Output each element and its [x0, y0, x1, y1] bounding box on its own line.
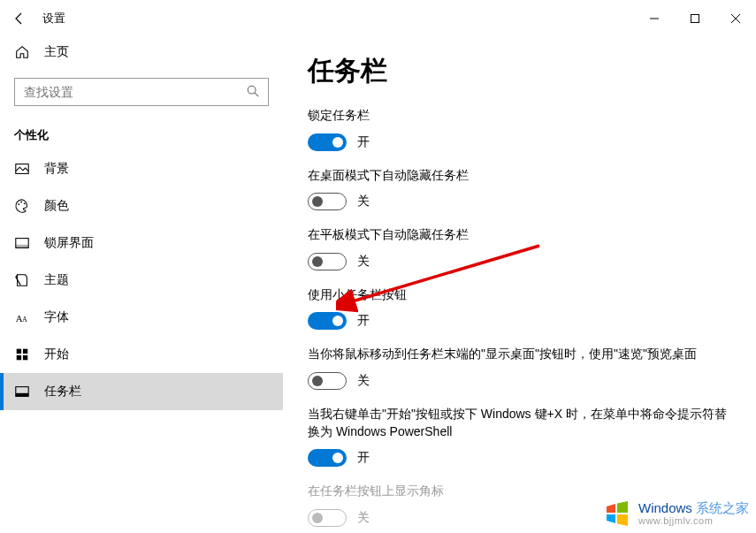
toggle-badges: [308, 509, 347, 527]
sidebar-item-label: 主题: [44, 272, 69, 288]
svg-rect-15: [23, 349, 27, 354]
sidebar-item-lockscreen[interactable]: 锁屏界面: [0, 225, 283, 262]
sidebar-item-label: 字体: [44, 309, 69, 325]
sidebar-item-fonts[interactable]: AA 字体: [0, 299, 283, 336]
fonts-icon: AA: [14, 309, 30, 325]
setting-label-powershell: 当我右键单击"开始"按钮或按下 Windows 键+X 时，在菜单中将命令提示符…: [308, 406, 731, 440]
toggle-powershell[interactable]: [308, 449, 347, 467]
palette-icon: [14, 198, 30, 214]
page-title: 任务栏: [308, 53, 731, 89]
picture-icon: [14, 161, 30, 177]
toggle-state: 关: [357, 194, 370, 209]
home-nav-item[interactable]: 主页: [0, 37, 283, 67]
setting-label-small-buttons: 使用小任务栏按钮: [308, 286, 731, 304]
svg-rect-17: [23, 355, 27, 360]
sidebar-item-themes[interactable]: 主题: [0, 262, 283, 299]
setting-label-lock-taskbar: 锁定任务栏: [308, 107, 731, 125]
home-label: 主页: [44, 44, 69, 60]
window-title: 设置: [42, 11, 65, 27]
svg-line-5: [255, 93, 258, 96]
sidebar-item-start[interactable]: 开始: [0, 336, 283, 373]
sidebar-item-label: 任务栏: [44, 384, 81, 400]
toggle-autohide-desktop[interactable]: [308, 193, 347, 210]
sidebar-item-label: 颜色: [44, 198, 69, 214]
toggle-autohide-tablet[interactable]: [308, 253, 347, 270]
toggle-small-buttons[interactable]: [308, 312, 347, 330]
setting-label-autohide-desktop: 在桌面模式下自动隐藏任务栏: [308, 167, 731, 185]
search-input[interactable]: [15, 85, 238, 99]
svg-rect-1: [691, 15, 699, 23]
setting-label-badges: 在任务栏按钮上显示角标: [308, 483, 731, 500]
sidebar-item-label: 开始: [44, 346, 69, 362]
back-button[interactable]: [11, 10, 28, 27]
start-icon: [14, 346, 30, 362]
svg-rect-11: [16, 245, 28, 248]
section-label: 个性化: [0, 117, 283, 150]
taskbar-icon: [14, 384, 30, 400]
setting-label-peek-desktop: 当你将鼠标移动到任务栏末端的"显示桌面"按钮时，使用"速览"预览桌面: [308, 346, 731, 363]
sidebar-item-background[interactable]: 背景: [0, 150, 283, 187]
home-icon: [14, 44, 30, 60]
themes-icon: [14, 272, 30, 288]
sidebar-item-colors[interactable]: 颜色: [0, 187, 283, 225]
toggle-state: 关: [357, 510, 370, 526]
svg-rect-14: [17, 349, 21, 354]
search-icon: [238, 85, 268, 100]
svg-text:A: A: [22, 316, 27, 324]
minimize-button[interactable]: [634, 4, 675, 33]
maximize-button[interactable]: [675, 4, 715, 33]
content-area: 任务栏 锁定任务栏 开 在桌面模式下自动隐藏任务栏 关 在平板模式下自动隐藏任务…: [283, 37, 756, 533]
setting-label-autohide-tablet: 在平板模式下自动隐藏任务栏: [308, 226, 731, 244]
svg-point-9: [24, 202, 26, 204]
toggle-state: 关: [357, 254, 370, 270]
sidebar: 主页 个性化 背景 颜色 锁屏界面 主题 AA 字体: [0, 37, 283, 533]
sidebar-item-label: 背景: [44, 161, 69, 177]
sidebar-item-taskbar[interactable]: 任务栏: [0, 373, 283, 410]
toggle-peek-desktop[interactable]: [308, 372, 347, 390]
svg-rect-16: [17, 355, 21, 360]
lockscreen-icon: [14, 235, 30, 251]
close-button[interactable]: [715, 4, 756, 33]
toggle-state: 开: [357, 313, 370, 329]
search-box[interactable]: [14, 78, 269, 106]
sidebar-item-label: 锁屏界面: [44, 235, 94, 251]
toggle-lock-taskbar[interactable]: [308, 133, 347, 151]
svg-point-8: [20, 202, 22, 203]
svg-point-4: [248, 86, 256, 94]
svg-point-7: [19, 203, 20, 205]
toggle-state: 开: [357, 450, 370, 466]
svg-rect-19: [16, 393, 28, 397]
toggle-state: 开: [357, 134, 370, 150]
toggle-state: 关: [357, 373, 370, 389]
